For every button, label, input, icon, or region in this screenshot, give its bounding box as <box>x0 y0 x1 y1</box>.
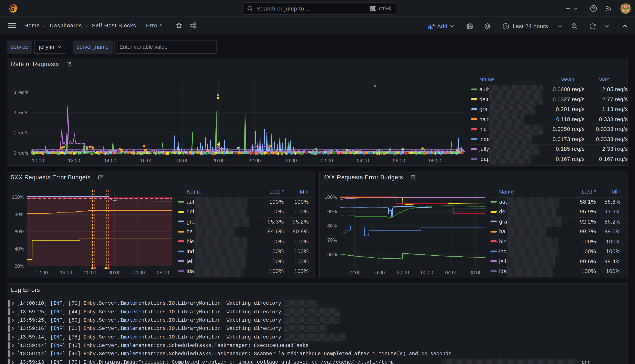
svg-text:20%: 20% <box>15 263 25 269</box>
svg-text:16:00: 16:00 <box>60 270 72 275</box>
svg-text:12:00: 12:00 <box>68 158 80 163</box>
svg-text:08:00: 08:00 <box>469 270 481 275</box>
svg-text:10:00: 10:00 <box>32 158 44 163</box>
svg-text:60%: 60% <box>327 252 337 257</box>
svg-text:18:00: 18:00 <box>176 158 189 163</box>
svg-text:20:00: 20:00 <box>397 270 409 275</box>
svg-text:14:00: 14:00 <box>104 158 116 163</box>
svg-text:08:00: 08:00 <box>157 270 169 275</box>
svg-text:1 req/s: 1 req/s <box>14 130 29 136</box>
svg-text:90%: 90% <box>327 208 337 214</box>
svg-text:40%: 40% <box>15 246 25 252</box>
svg-text:100%: 100% <box>325 194 337 200</box>
svg-text:04:00: 04:00 <box>445 270 457 275</box>
svg-text:12:00: 12:00 <box>348 270 360 275</box>
svg-text:04:00: 04:00 <box>357 158 369 163</box>
svg-text:00:00: 00:00 <box>421 270 433 275</box>
svg-text:0 req/s: 0 req/s <box>14 150 29 156</box>
svg-text:100%: 100% <box>12 194 25 200</box>
svg-text:08:00: 08:00 <box>429 158 441 163</box>
svg-text:00:00: 00:00 <box>285 158 297 163</box>
svg-text:02:00: 02:00 <box>321 158 333 163</box>
svg-text:16:00: 16:00 <box>140 158 153 163</box>
svg-text:2 req/s: 2 req/s <box>14 110 29 115</box>
svg-text:60%: 60% <box>15 229 25 234</box>
svg-text:22:00: 22:00 <box>249 158 261 163</box>
svg-text:06:00: 06:00 <box>393 158 405 163</box>
svg-text:20:00: 20:00 <box>84 270 97 275</box>
svg-text:12:00: 12:00 <box>36 270 48 275</box>
svg-text:80%: 80% <box>15 212 25 217</box>
svg-text:3 req/s: 3 req/s <box>14 89 29 95</box>
svg-text:80%: 80% <box>327 223 337 228</box>
svg-text:16:00: 16:00 <box>372 270 385 275</box>
svg-text:00:00: 00:00 <box>109 270 121 275</box>
svg-text:04:00: 04:00 <box>133 270 145 275</box>
svg-text:70%: 70% <box>327 237 337 243</box>
svg-text:20:00: 20:00 <box>212 158 225 163</box>
